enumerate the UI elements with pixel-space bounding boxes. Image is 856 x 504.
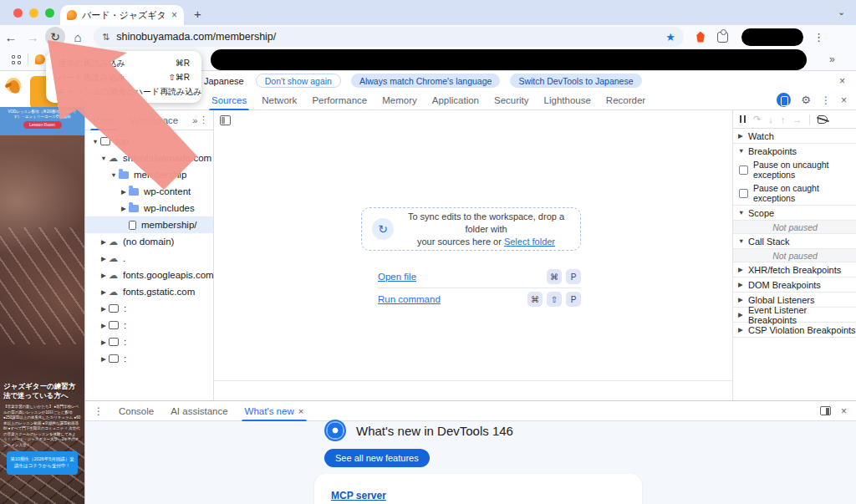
new-tab-button[interactable]: + [194, 7, 201, 21]
infobar-close-icon[interactable]: × [839, 75, 845, 87]
sources-editor-area: ↻ To sync edits to the workspace, drop a… [214, 110, 732, 400]
toggle-navigator-icon[interactable] [220, 115, 231, 125]
tab-page[interactable]: Page [85, 110, 123, 130]
section-breakpoints[interactable]: ▼Breakpoints [733, 144, 856, 158]
navigator-menu-icon[interactable]: ⋮ [199, 115, 208, 125]
tab-performance[interactable]: Performance [304, 90, 374, 110]
browser-tab[interactable]: バード・ジャズギター大学 | 次世 × [60, 5, 184, 25]
minimize-window-button[interactable] [29, 8, 38, 18]
tree-item-dot[interactable]: ▶☁. [85, 250, 213, 267]
tab-whats-new[interactable]: What's new × [237, 401, 313, 421]
browser-menu-icon[interactable]: ⋮ [813, 31, 824, 43]
address-bar[interactable]: ⇅ shinobuyamada.com/membership/ ★ [94, 27, 684, 47]
tab-ai-assistance[interactable]: AI assistance [162, 401, 236, 421]
tree-item-fonts-gstatic[interactable]: ▶☁fonts.gstatic.com [85, 283, 213, 300]
tree-item-membership-file[interactable]: membership/ [85, 216, 213, 233]
menu-item-empty-cache-reload[interactable]: キャッシュの消去とハード再読み込み [46, 84, 201, 99]
menu-item-normal-reload[interactable]: 通常の再読み込み ⌘R [46, 56, 201, 70]
device-toolbar-icon[interactable] [777, 93, 791, 107]
switch-to-japanese-button[interactable]: Switch DevTools to Japanese [510, 74, 641, 88]
devtools-menu-icon[interactable]: ⋮ [821, 94, 831, 106]
tree-item-top[interactable]: ▼top [85, 133, 213, 150]
section-watch[interactable]: ▶Watch [733, 129, 856, 143]
step-icon[interactable]: → [792, 115, 802, 125]
tab-lighthouse[interactable]: Lighthouse [537, 90, 599, 110]
site-logo-bird-icon[interactable] [3, 75, 28, 100]
select-folder-link[interactable]: Select folder [504, 237, 555, 247]
tree-item-fonts-googleapis[interactable]: ▶☁fonts.googleapis.com [85, 267, 213, 283]
section-dom-breakpoints[interactable]: ▶DOM Breakpoints [733, 277, 856, 292]
section-event-listener-breakpoints[interactable]: ▶Event Listener Breakpoints [733, 308, 856, 322]
site-settings-icon[interactable]: ⇅ [102, 32, 110, 43]
menu-item-hard-reload[interactable]: ハード再読み込み ⇧⌘R [46, 70, 201, 84]
lesson-room-button[interactable]: Lesson Room [23, 121, 62, 129]
always-match-language-button[interactable]: Always match Chrome's language [351, 74, 500, 88]
see-all-features-button[interactable]: See all new features [324, 449, 430, 467]
section-call-stack[interactable]: ▼Call Stack [733, 234, 856, 248]
tab-network[interactable]: Network [254, 90, 304, 110]
open-file-link[interactable]: Open file [378, 272, 416, 282]
checkbox-caught[interactable] [739, 189, 748, 198]
devtools-logo-icon [324, 420, 346, 441]
gear-icon[interactable]: ⚙ [801, 94, 811, 106]
tab-close-icon[interactable]: × [171, 9, 177, 21]
tab-memory[interactable]: Memory [374, 90, 425, 110]
tree-item-frame[interactable]: ▶: [85, 300, 213, 317]
pause-uncaught-row[interactable]: Pause on uncaught exceptions [733, 158, 856, 181]
dock-side-icon[interactable] [820, 406, 831, 415]
devtools-close-icon[interactable]: × [841, 94, 847, 106]
site-favicon-icon [67, 10, 77, 20]
tab-close-icon[interactable]: × [298, 406, 303, 416]
navigator-overflow-icon[interactable]: » [192, 115, 197, 125]
tree-item-wp-content[interactable]: ▶wp-content [85, 183, 213, 200]
step-over-icon[interactable]: ↷ [753, 114, 761, 125]
run-command-link[interactable]: Run command [378, 294, 441, 304]
tree-item-membership-folder[interactable]: ▼membership [85, 166, 213, 183]
maximize-window-button[interactable] [45, 8, 54, 18]
tree-item-frame[interactable]: ▶: [85, 333, 213, 350]
back-button[interactable]: ← [0, 30, 22, 44]
pause-caught-row[interactable]: Pause on caught exceptions [733, 181, 856, 205]
page-cta-button[interactable]: 第10期生（2026年5月開講）受講生はコチラから受付中！ [7, 451, 78, 475]
dont-show-again-button[interactable]: Don't show again [256, 74, 341, 88]
tree-item-frame[interactable]: ▶: [85, 350, 213, 367]
section-xhr-breakpoints[interactable]: ▶XHR/fetch Breakpoints [733, 262, 856, 277]
step-into-icon[interactable]: ↓ [768, 115, 773, 125]
reload-icon: ↻ [50, 30, 60, 43]
section-scope[interactable]: ▼Scope [733, 206, 856, 220]
bookmarks-overflow-icon[interactable]: » [829, 53, 835, 65]
profile-chip-redacted[interactable] [741, 28, 803, 46]
apps-grid-icon[interactable] [12, 55, 21, 64]
close-window-button[interactable] [13, 8, 23, 18]
tree-item-frame[interactable]: ▶: [85, 317, 213, 333]
navigator-tab-bar: Page Workspace » ⋮ [85, 110, 213, 130]
infobar-message: Japanese [204, 76, 244, 86]
tree-item-no-domain[interactable]: ▶☁(no domain) [85, 233, 213, 250]
section-csp-breakpoints[interactable]: ▶CSP Violation Breakpoints [733, 323, 856, 337]
pause-script-icon[interactable] [740, 115, 746, 123]
reload-button[interactable]: ↻ [45, 27, 65, 47]
tree-item-shinobuyamada[interactable]: ▼☁shinobuyamada.com [85, 150, 213, 166]
webpage-preview: VODレッスン配信（月2回配信はNEWです）・エントリーコース登録開始 Less… [0, 71, 84, 504]
tab-search-icon[interactable]: ⌄ [838, 7, 845, 18]
extension-icon[interactable] [696, 32, 706, 43]
tree-item-wp-includes[interactable]: ▶wp-includes [85, 200, 213, 216]
step-out-icon[interactable]: ↑ [781, 115, 786, 125]
bookmark-favicon[interactable] [35, 54, 45, 64]
drawer-menu-icon[interactable]: ⋮ [85, 405, 110, 417]
drawer-close-icon[interactable]: × [841, 405, 847, 417]
tab-security[interactable]: Security [487, 90, 537, 110]
tab-recorder[interactable]: Recorder [599, 90, 653, 110]
bookmark-star-icon[interactable]: ★ [665, 31, 675, 43]
tab-workspace[interactable]: Workspace [123, 110, 186, 130]
tab-application[interactable]: Application [425, 90, 487, 110]
checkbox-uncaught[interactable] [739, 165, 748, 175]
home-button[interactable]: ⌂ [67, 30, 89, 44]
tab-console[interactable]: Console [110, 401, 162, 421]
extensions-puzzle-icon[interactable] [717, 32, 728, 43]
deactivate-breakpoints-icon[interactable] [818, 115, 828, 124]
tab-sources[interactable]: Sources [204, 90, 254, 110]
forward-button[interactable]: → [22, 30, 43, 44]
editor-status-divider [214, 380, 732, 381]
mcp-server-link[interactable]: MCP server [331, 490, 386, 501]
